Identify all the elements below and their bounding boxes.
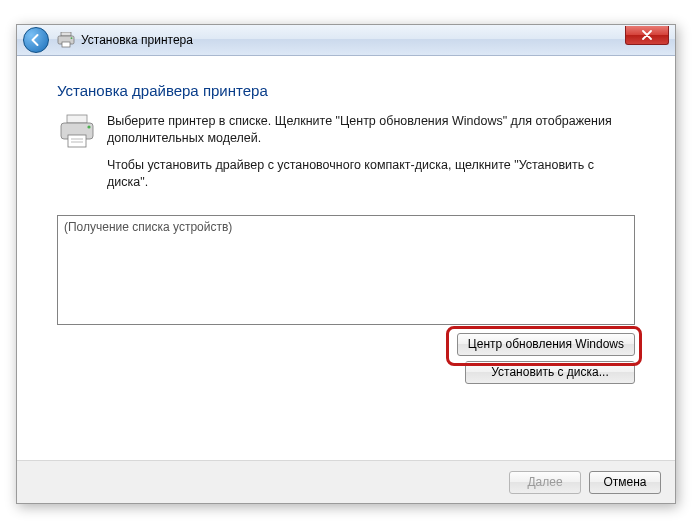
instruction-text: Выберите принтер в списке. Щелкните "Цен…	[107, 113, 635, 201]
device-list[interactable]: (Получение списка устройств)	[57, 215, 635, 325]
close-button[interactable]	[625, 26, 669, 45]
page-heading: Установка драйвера принтера	[57, 82, 635, 99]
instruction-line-1: Выберите принтер в списке. Щелкните "Цен…	[107, 113, 635, 147]
content-area: Установка драйвера принтера Выберите при…	[17, 56, 675, 384]
cancel-button[interactable]: Отмена	[589, 471, 661, 494]
window-title: Установка принтера	[81, 33, 193, 47]
svg-rect-2	[62, 42, 70, 47]
back-arrow-icon	[29, 33, 43, 47]
printer-icon	[57, 32, 75, 48]
instruction-line-2: Чтобы установить драйвер с установочного…	[107, 157, 635, 191]
svg-point-3	[71, 37, 73, 39]
svg-rect-4	[67, 115, 87, 123]
device-list-status: (Получение списка устройств)	[64, 220, 232, 234]
close-icon	[642, 30, 652, 40]
titlebar: Установка принтера	[17, 25, 675, 56]
printer-large-icon	[57, 113, 97, 152]
back-button[interactable]	[23, 27, 49, 53]
wizard-window: Установка принтера Установка драйвера пр…	[16, 24, 676, 504]
svg-point-9	[87, 125, 90, 128]
svg-rect-6	[68, 135, 86, 147]
footer-bar: Далее Отмена	[17, 460, 675, 503]
install-from-disk-button[interactable]: Установить с диска...	[465, 361, 635, 384]
svg-rect-0	[61, 32, 71, 36]
next-button: Далее	[509, 471, 581, 494]
windows-update-button[interactable]: Центр обновления Windows	[457, 333, 635, 356]
